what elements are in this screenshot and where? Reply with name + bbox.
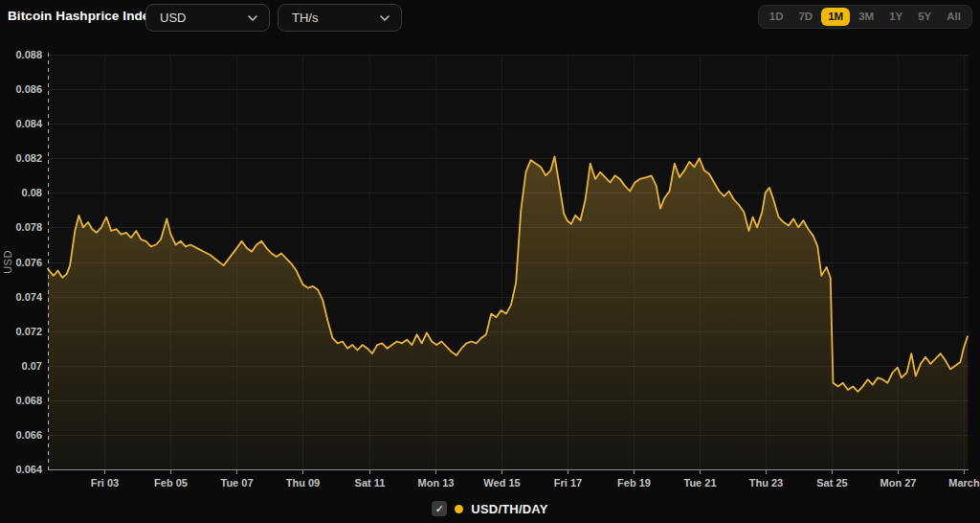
range-button-7d[interactable]: 7D xyxy=(791,8,819,26)
y-tick-label: 0.084 xyxy=(15,118,42,129)
range-button-1m[interactable]: 1M xyxy=(821,8,850,26)
currency-dropdown-value: USD xyxy=(160,11,186,25)
x-tick-label: Wed 15 xyxy=(483,477,520,489)
y-tick-label: 0.08 xyxy=(22,187,42,198)
range-button-all[interactable]: All xyxy=(940,8,968,26)
hashprice-dashboard: { "header": { "title": "Bitcoin Hashpric… xyxy=(0,0,980,523)
chevron-down-icon xyxy=(248,15,257,21)
x-tick-label: Fri 03 xyxy=(91,477,119,489)
y-tick-label: 0.086 xyxy=(15,83,42,95)
legend-checkbox[interactable]: ✓ xyxy=(432,501,447,516)
y-tick-label: 0.078 xyxy=(15,221,42,233)
page-title: Bitcoin Hashprice Index xyxy=(8,9,157,23)
y-tick-label: 0.064 xyxy=(15,464,42,475)
y-tick-label: 0.066 xyxy=(15,429,42,441)
range-button-5y[interactable]: 5Y xyxy=(911,8,938,26)
y-axis-title: USD xyxy=(2,250,13,274)
x-tick-label: Fri 17 xyxy=(554,477,582,489)
y-tick-label: 0.07 xyxy=(22,360,42,372)
legend-label: USD/TH/DAY xyxy=(471,502,547,516)
y-tick-label: 0.072 xyxy=(15,326,42,337)
range-button-3m[interactable]: 3M xyxy=(852,8,880,26)
y-tick-label: 0.082 xyxy=(15,152,42,164)
x-tick-label: Tue 21 xyxy=(683,477,716,489)
chevron-down-icon xyxy=(380,15,390,21)
y-tick-label: 0.088 xyxy=(15,49,42,60)
unit-dropdown-value: TH/s xyxy=(292,11,318,25)
x-tick-label: Mon 27 xyxy=(880,477,917,489)
x-tick-label: Sat 25 xyxy=(816,477,847,489)
range-button-1y[interactable]: 1Y xyxy=(882,8,909,26)
unit-dropdown[interactable]: TH/s xyxy=(278,4,402,32)
range-button-1d[interactable]: 1D xyxy=(763,8,791,26)
x-tick-label: March xyxy=(948,477,980,489)
y-tick-label: 0.068 xyxy=(15,395,42,406)
legend-usd-th-day[interactable]: ✓ USD/TH/DAY xyxy=(0,499,980,518)
x-tick-label: Sat 11 xyxy=(355,477,386,489)
check-icon: ✓ xyxy=(435,504,444,514)
y-tick-label: 0.074 xyxy=(15,291,42,303)
x-tick-label: Feb 05 xyxy=(154,477,188,489)
x-tick-label: Feb 19 xyxy=(617,477,651,489)
y-tick-label: 0.076 xyxy=(15,257,42,268)
x-tick-label: Mon 13 xyxy=(418,477,455,489)
hashprice-chart[interactable]: 0.0640.0660.0680.070.0720.0740.0760.0780… xyxy=(0,0,980,523)
range-selector: 1D7D1M3M1Y5YAll xyxy=(758,5,972,29)
x-tick-label: Thu 23 xyxy=(749,477,783,489)
currency-dropdown[interactable]: USD xyxy=(145,4,270,32)
x-tick-label: Tue 07 xyxy=(220,477,253,489)
series-color-dot xyxy=(455,505,463,513)
x-tick-label: Thu 09 xyxy=(286,477,320,489)
